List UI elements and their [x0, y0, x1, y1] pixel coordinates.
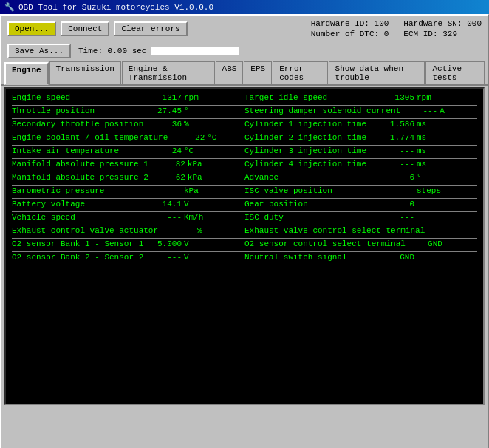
table-row: O2 sensor Bank 2 - Sensor 2 --- V Neutra…: [12, 253, 477, 262]
row-divider: [12, 118, 477, 119]
data-col-right: ISC duty ---: [244, 213, 477, 222]
row-divider: [12, 225, 477, 225]
data-label-right: Cylinder 4 injection time: [244, 160, 377, 169]
table-row: Throttle position 27.45 ° Steering dampe…: [12, 106, 477, 115]
data-col-right: Neutral switch signal GND: [244, 253, 477, 262]
data-value-right: 1.586: [377, 120, 414, 129]
data-unit-right: ms: [417, 146, 439, 155]
data-unit-right: ms: [417, 133, 439, 142]
save-as-button[interactable]: Save As...: [7, 44, 71, 58]
data-label-left: Battery voltage: [12, 200, 145, 208]
title-bar: 🔧 OBD Tool for Suzuki motorcycles V1.0.0…: [0, 0, 489, 14]
data-value-right: ---: [377, 160, 414, 169]
connect-button[interactable]: Connect: [61, 21, 109, 36]
data-col-right: Gear position 0: [244, 200, 477, 208]
tab-abs[interactable]: ABS: [216, 61, 244, 84]
table-row: Barometric pressure --- kPa ISC valve po…: [12, 186, 477, 195]
data-unit-left: kPa: [188, 173, 210, 182]
data-col-left: O2 sensor Bank 1 - Sensor 1 5.000 V: [12, 240, 244, 248]
data-label-right: Advance: [244, 173, 377, 182]
table-row: Exhaust control valve actuator --- % Exh…: [12, 226, 477, 235]
data-value-right: ---: [400, 106, 437, 115]
data-value-right: 6: [377, 173, 414, 182]
data-unit-left: %: [197, 226, 219, 235]
time-display: Time: 0.00 sec: [78, 47, 239, 55]
hardware-info: Hardware ID: 100 Hardware SN: 000 Number…: [311, 19, 482, 38]
data-unit-left: V: [184, 240, 206, 248]
data-unit-left: kPa: [184, 186, 206, 195]
data-value-left: ---: [145, 186, 182, 195]
data-unit-left: rpm: [184, 93, 206, 102]
row-divider: [12, 238, 477, 239]
data-unit-left: V: [184, 253, 206, 262]
row-divider: [12, 211, 477, 212]
data-col-right: Exhaust valve control select terminal --…: [244, 226, 477, 235]
row-divider: [12, 105, 477, 106]
open-button[interactable]: Open...: [7, 21, 56, 36]
data-col-right: Cylinder 3 injection time --- ms: [244, 146, 477, 155]
data-value-left: 1317: [145, 93, 182, 102]
row-divider: [12, 172, 477, 172]
table-row: O2 sensor Bank 1 - Sensor 1 5.000 V O2 s…: [12, 240, 477, 248]
data-label-right: Neutral switch signal: [244, 253, 377, 262]
data-label-left: Secondary throttle position: [12, 120, 145, 129]
toolbar-row2: Save As... Time: 0.00 sec: [1, 42, 488, 61]
table-row: Manifold absolute pressure 2 62 kPa Adva…: [12, 173, 477, 182]
data-label-left: Engine speed: [12, 93, 145, 102]
data-col-left: Exhaust control valve actuator --- %: [12, 226, 244, 235]
engine-data-panel: Engine speed 1317 rpm Target idle speed …: [4, 87, 485, 405]
tab-engine-transmission[interactable]: Engine & Transmission: [122, 61, 215, 84]
main-window: Open... Connect Clear errors Hardware ID…: [0, 14, 489, 448]
data-unit-left: %: [184, 120, 206, 129]
table-row: Engine speed 1317 rpm Target idle speed …: [12, 93, 477, 102]
data-col-left: Intake air temperature 24 °C: [12, 146, 244, 155]
data-col-left: Battery voltage 14.1 V: [12, 200, 244, 208]
title-bar-icon: 🔧: [4, 2, 15, 12]
data-label-left: Barometric pressure: [12, 186, 145, 195]
clear-errors-button[interactable]: Clear errors: [114, 21, 187, 36]
tab-error-codes[interactable]: Error codes: [273, 61, 327, 84]
data-col-left: Throttle position 27.45 °: [12, 106, 244, 115]
data-label-left: Throttle position: [12, 106, 145, 115]
hardware-info-row2: Number of DTC: 0 ECM ID: 329: [311, 30, 482, 38]
data-unit-right: °: [417, 173, 439, 182]
progress-bar: [151, 47, 239, 55]
tab-eps[interactable]: EPS: [244, 61, 272, 84]
ecm-id-label: ECM ID: 329: [403, 30, 457, 38]
data-label-right: Cylinder 2 injection time: [244, 133, 377, 142]
data-value-right: ---: [377, 186, 414, 195]
data-value-right: GND: [406, 240, 442, 248]
data-col-left: Engine speed 1317 rpm: [12, 93, 244, 102]
data-label-right: Target idle speed: [244, 93, 377, 102]
data-unit-right: ms: [417, 120, 439, 129]
data-unit-left: °: [184, 106, 206, 115]
data-unit-left: Km/h: [184, 213, 206, 222]
data-value-right: ---: [377, 146, 414, 155]
data-col-left: Manifold absolute pressure 1 82 kPa: [12, 160, 244, 169]
table-row: Vehicle speed --- Km/h ISC duty ---: [12, 213, 477, 222]
tab-active-tests[interactable]: Active tests: [425, 61, 485, 84]
table-row: Battery voltage 14.1 V Gear position 0: [12, 200, 477, 208]
data-value-left: 36: [145, 120, 182, 129]
data-unit-left: °C: [207, 133, 229, 142]
table-row: Intake air temperature 24 °C Cylinder 3 …: [12, 146, 477, 155]
data-value-left: 22: [168, 133, 205, 142]
row-divider: [12, 158, 477, 159]
data-label-right: Steering damper solenoid current: [244, 106, 400, 115]
tab-transmission[interactable]: Transmission: [49, 61, 121, 84]
tab-engine[interactable]: Engine: [4, 62, 49, 85]
data-label-left: Manifold absolute pressure 1: [12, 160, 148, 169]
data-col-left: Barometric pressure --- kPa: [12, 186, 244, 195]
data-label-left: Intake air temperature: [12, 146, 145, 155]
data-unit-right: ms: [417, 160, 439, 169]
data-label-left: O2 sensor Bank 1 - Sensor 1: [12, 240, 145, 248]
data-value-left: ---: [145, 253, 182, 262]
data-col-right: ISC valve position --- steps: [244, 186, 477, 195]
row-divider: [12, 145, 477, 146]
data-col-left: Vehicle speed --- Km/h: [12, 213, 244, 222]
data-label-right: O2 sensor control select terminal: [244, 240, 406, 248]
data-value-left: 24: [145, 146, 182, 155]
data-col-left: Secondary throttle position 36 %: [12, 120, 244, 129]
data-label-right: ISC valve position: [244, 186, 377, 195]
tab-show-data[interactable]: Show data when trouble: [329, 61, 425, 84]
